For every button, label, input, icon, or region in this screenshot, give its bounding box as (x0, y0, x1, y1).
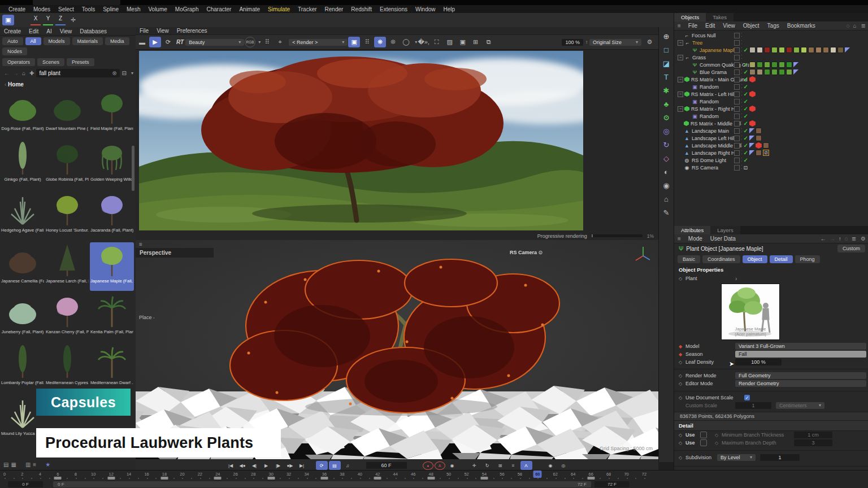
material-swatch[interactable] (756, 135, 762, 141)
material-swatch[interactable] (786, 62, 792, 68)
tree-row[interactable]: ▣Random⁚✓ (674, 83, 868, 90)
menu-window[interactable]: Window (411, 6, 440, 12)
back-icon[interactable]: ← (4, 70, 10, 76)
editor-dots[interactable]: ⁚ (741, 62, 743, 67)
editor-mode-diamond-icon[interactable]: ◇ (679, 381, 685, 386)
camera-icon[interactable]: ◉ (660, 178, 672, 192)
visibility-square[interactable] (734, 136, 740, 141)
axis-x-button[interactable]: X (31, 15, 41, 25)
menu-help[interactable]: Help (440, 6, 459, 12)
enabled-check-icon[interactable]: ✓ (744, 91, 748, 97)
plant-item[interactable]: Kentia Palm (Fall, Plant) (90, 293, 134, 342)
menu-tracker[interactable]: Tracker (294, 6, 321, 12)
material-swatch[interactable] (757, 69, 763, 75)
material-swatch[interactable] (764, 47, 770, 53)
material-swatch[interactable] (786, 47, 792, 53)
solo-icon[interactable]: ◉ (545, 461, 557, 470)
menu-simulate[interactable]: Simulate (264, 6, 294, 12)
material-swatch[interactable] (756, 150, 762, 156)
tree-row[interactable]: ◉RS Camera⁚⊡ (674, 164, 868, 171)
key-scale-icon[interactable]: ⊞ (494, 461, 506, 470)
material-swatch[interactable] (757, 62, 763, 68)
season-key-icon[interactable]: ◆ (679, 352, 685, 357)
visibility-square[interactable] (734, 150, 740, 156)
visibility-square[interactable] (734, 33, 740, 38)
pv-icon[interactable]: ⧉ (483, 37, 494, 47)
gear-generator-icon[interactable]: ⚙ (660, 111, 672, 124)
season-dropdown[interactable]: Fall (735, 351, 866, 358)
enabled-check-icon[interactable]: ✓ (744, 47, 748, 53)
use-document-scale-checkbox[interactable]: ✓ (744, 395, 750, 400)
enabled-check-icon[interactable]: ✓ (744, 84, 748, 90)
refresh-icon[interactable]: ⟳ (162, 37, 174, 47)
material-swatch[interactable] (771, 69, 778, 75)
image-icon[interactable]: ▣ (457, 37, 468, 47)
menu-character[interactable]: Character (203, 6, 236, 12)
visibility-square[interactable] (734, 165, 740, 171)
tree-row[interactable]: −RS Matrix - Right Hill⁚✓ (674, 105, 868, 112)
image-add-icon[interactable]: ⊞ (470, 37, 481, 47)
pen-icon[interactable]: ✎ (660, 206, 672, 219)
keyframe-mark[interactable] (214, 477, 222, 480)
deformer-icon[interactable]: ◎ (660, 124, 672, 138)
tree-row[interactable]: ▣Random⁚✓ (674, 98, 868, 105)
editor-dots[interactable]: ⁚ (741, 40, 743, 45)
material-swatch[interactable] (793, 47, 800, 53)
visibility-square[interactable] (734, 114, 740, 119)
material-swatch[interactable] (757, 47, 763, 53)
visibility-square[interactable] (734, 128, 740, 134)
use-max-branch-checkbox[interactable] (700, 439, 707, 446)
view-detail-icon[interactable]: ≡ (33, 461, 36, 468)
plant-item[interactable]: Japanese Maple (Fall, ... (90, 242, 134, 291)
stripes-icon[interactable]: ▨ (444, 37, 455, 47)
move-tool-icon[interactable]: ✛ (67, 15, 79, 25)
filter-materials[interactable]: Materials (72, 37, 103, 45)
plant-item[interactable]: Japanese Camellia (Fal... (1, 242, 45, 291)
move-axis-icon[interactable]: ⊕ (660, 29, 672, 43)
forward-icon[interactable]: → (13, 70, 19, 76)
editor-dots[interactable]: ⁚ (741, 77, 743, 82)
attr-menu-mode[interactable]: Mode (684, 236, 706, 242)
keyframe-mark[interactable] (427, 477, 435, 480)
plant-thumbnail[interactable]: Japanese Maple (Acer palmatum) (721, 284, 780, 340)
vp-menu-preferences[interactable]: Preferences (173, 28, 211, 34)
menu-create[interactable]: Create (5, 6, 29, 12)
expander-icon[interactable]: − (678, 106, 683, 112)
circle-select-icon[interactable]: ◯ (400, 37, 412, 47)
axis-z-button[interactable]: Z (55, 15, 66, 25)
visibility-square[interactable] (734, 77, 740, 82)
plant-item[interactable]: Jacaranda (Fall, Plant) (90, 191, 134, 240)
om-menu-view[interactable]: View (719, 23, 739, 29)
playhead[interactable]: 60 (533, 470, 542, 478)
use-min-branch-checkbox[interactable] (700, 432, 707, 438)
focus-icon[interactable]: �», (418, 37, 429, 47)
max-branch-field[interactable]: 3 (794, 439, 832, 446)
om-home-icon[interactable]: ⌂ (852, 23, 858, 29)
plant-item[interactable]: Juneberry (Fall, Plant) (1, 293, 45, 342)
circle-caret[interactable]: ▾ (415, 40, 417, 45)
material-swatch[interactable] (779, 69, 785, 75)
editor-dots[interactable]: ⁚ (741, 114, 743, 119)
filter-presets[interactable]: Presets (67, 58, 94, 66)
visibility-square[interactable] (734, 55, 740, 60)
channel-caret[interactable]: ▾ (258, 40, 261, 45)
favorite-icon[interactable]: ★ (45, 461, 50, 468)
search-input[interactable]: fall plant ⊗ (36, 69, 119, 77)
disabled-swatch-icon[interactable]: ∅ (763, 150, 769, 156)
filter-all[interactable]: All (25, 37, 41, 45)
solo-off-icon[interactable]: ◎ (558, 461, 570, 470)
view-list-icon[interactable]: ▥ (25, 461, 31, 468)
visibility-square[interactable] (734, 99, 740, 104)
material-swatch[interactable] (756, 128, 762, 134)
rgb-channel-icon[interactable]: RGB (245, 37, 255, 47)
attr-tab-phong[interactable]: Phong (795, 255, 820, 263)
redshift-tag-icon[interactable] (749, 91, 756, 97)
visibility-square[interactable] (734, 84, 740, 90)
visibility-square[interactable] (734, 47, 740, 53)
camera-target-icon[interactable]: ⊡ (744, 165, 748, 171)
loop-icon[interactable]: ⟳ (316, 461, 328, 470)
material-swatch[interactable] (779, 47, 785, 53)
vp-menu-view[interactable]: View (153, 28, 173, 34)
layout-icon[interactable]: ▣ (2, 15, 14, 25)
tree-row[interactable]: ⌐Focus Null⁚ (674, 32, 868, 39)
